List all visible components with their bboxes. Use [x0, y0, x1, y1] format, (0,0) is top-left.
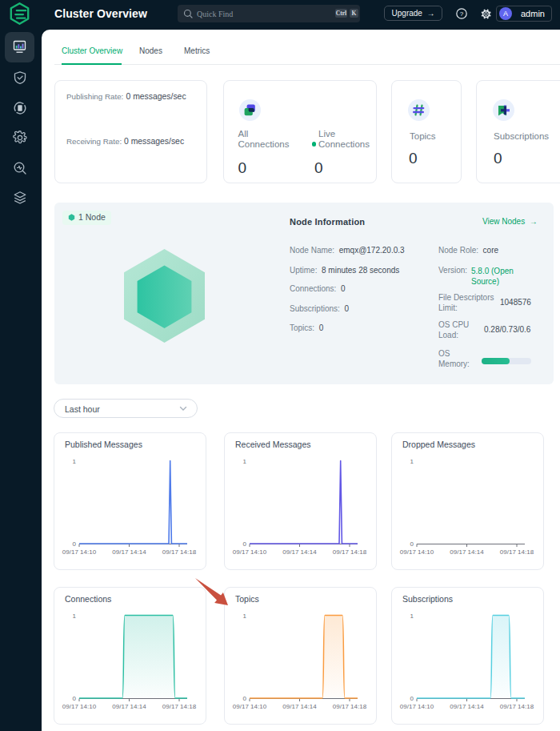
svg-text:09/17 14:18: 09/17 14:18	[162, 548, 197, 556]
svg-text:09/17 14:14: 09/17 14:14	[450, 548, 484, 556]
svg-text:09/17 14:18: 09/17 14:18	[500, 703, 534, 710]
svg-text:0: 0	[410, 695, 414, 702]
svg-text:0: 0	[243, 695, 247, 702]
svg-text:1: 1	[243, 458, 247, 465]
svg-text:09/17 14:10: 09/17 14:10	[233, 548, 267, 556]
svg-text:1: 1	[410, 458, 414, 465]
svg-text:1: 1	[73, 613, 77, 620]
svg-text:09/17 14:18: 09/17 14:18	[162, 703, 197, 710]
svg-text:1: 1	[243, 613, 247, 620]
svg-text:1: 1	[73, 458, 77, 465]
svg-text:09/17 14:14: 09/17 14:14	[112, 548, 146, 556]
svg-text:09/17 14:10: 09/17 14:10	[233, 703, 267, 710]
svg-text:0: 0	[73, 695, 77, 702]
svg-text:09/17 14:14: 09/17 14:14	[112, 703, 146, 710]
svg-text:09/17 14:10: 09/17 14:10	[62, 703, 97, 710]
svg-text:09/17 14:14: 09/17 14:14	[282, 548, 317, 556]
svg-text:?: ?	[460, 10, 464, 18]
svg-text:09/17 14:10: 09/17 14:10	[400, 703, 434, 710]
svg-text:09/17 14:18: 09/17 14:18	[500, 548, 534, 556]
svg-text:09/17 14:18: 09/17 14:18	[333, 548, 367, 556]
svg-text:09/17 14:10: 09/17 14:10	[400, 548, 434, 556]
svg-text:09/17 14:18: 09/17 14:18	[333, 703, 367, 710]
svg-text:09/17 14:14: 09/17 14:14	[282, 703, 317, 710]
svg-text:0: 0	[73, 540, 77, 548]
svg-text:09/17 14:10: 09/17 14:10	[62, 548, 97, 556]
svg-text:0: 0	[410, 540, 414, 548]
svg-text:1: 1	[410, 613, 414, 620]
svg-text:09/17 14:14: 09/17 14:14	[450, 703, 484, 710]
svg-text:0: 0	[243, 540, 247, 548]
